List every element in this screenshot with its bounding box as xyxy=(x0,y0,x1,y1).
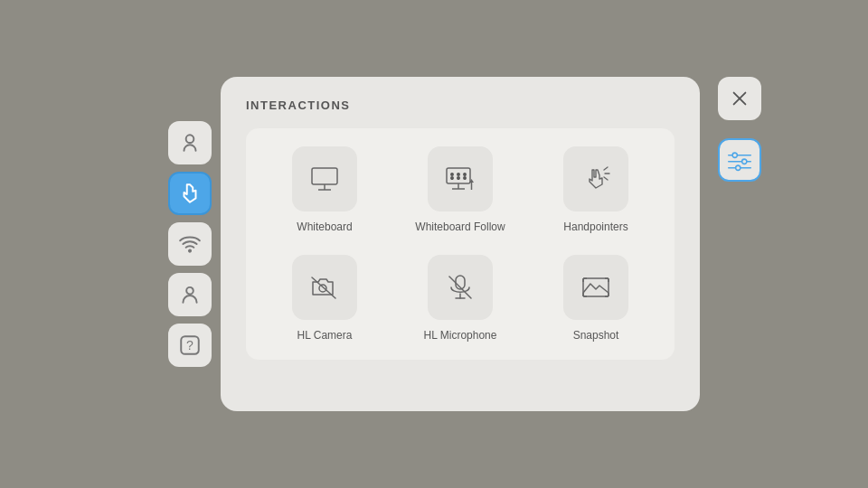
sidebar-item-user[interactable] xyxy=(168,273,212,316)
grid-item-whiteboard-follow[interactable]: Whiteboard Follow xyxy=(396,146,524,233)
sidebar: ? xyxy=(168,121,212,367)
svg-point-0 xyxy=(186,135,194,143)
side-action-button[interactable] xyxy=(718,138,761,182)
svg-line-20 xyxy=(604,177,608,180)
svg-point-43 xyxy=(736,165,741,170)
svg-point-41 xyxy=(742,159,747,164)
handpointers-label: Handpointers xyxy=(563,221,627,233)
svg-point-1 xyxy=(189,250,191,252)
grid-item-hl-camera[interactable]: HL Camera xyxy=(260,255,389,342)
grid-item-hl-microphone[interactable]: HL Microphone xyxy=(396,255,524,342)
handpointers-icon-box xyxy=(563,146,628,211)
interactions-grid: Whiteboard xyxy=(246,128,675,360)
svg-point-16 xyxy=(464,177,466,179)
snapshot-icon-box xyxy=(563,255,628,320)
hl-microphone-icon-box xyxy=(428,255,493,320)
sidebar-item-home[interactable] xyxy=(168,121,212,164)
sidebar-item-wifi[interactable] xyxy=(168,222,212,266)
close-button[interactable] xyxy=(718,77,761,120)
sidebar-item-interactions[interactable] xyxy=(168,172,212,215)
svg-point-13 xyxy=(464,174,466,175)
main-panel: INTERACTIONS Whiteboard xyxy=(221,77,700,411)
whiteboard-follow-icon-box xyxy=(428,146,493,211)
svg-point-21 xyxy=(319,285,326,292)
svg-line-18 xyxy=(604,167,608,170)
snapshot-label: Snapshot xyxy=(573,329,619,342)
svg-rect-5 xyxy=(312,168,337,184)
svg-point-12 xyxy=(458,174,459,175)
scene: ? INTERACTIONS Whiteboard xyxy=(118,54,750,434)
svg-point-39 xyxy=(732,153,737,157)
svg-text:?: ? xyxy=(186,338,193,352)
hl-microphone-label: HL Microphone xyxy=(424,329,497,342)
whiteboard-follow-label: Whiteboard Follow xyxy=(415,221,505,233)
sidebar-item-help[interactable]: ? xyxy=(168,324,212,367)
whiteboard-icon-box xyxy=(292,146,357,211)
grid-item-snapshot[interactable]: Snapshot xyxy=(532,255,660,342)
whiteboard-label: Whiteboard xyxy=(297,221,352,233)
hl-camera-icon-box xyxy=(292,255,357,320)
grid-item-handpointers[interactable]: Handpointers xyxy=(532,146,660,233)
svg-point-15 xyxy=(458,177,459,179)
panel-title: INTERACTIONS xyxy=(246,99,675,112)
svg-point-11 xyxy=(451,174,453,175)
svg-point-2 xyxy=(186,287,193,295)
hl-camera-label: HL Camera xyxy=(297,329,353,342)
svg-point-14 xyxy=(451,177,453,179)
grid-item-whiteboard[interactable]: Whiteboard xyxy=(260,146,389,233)
